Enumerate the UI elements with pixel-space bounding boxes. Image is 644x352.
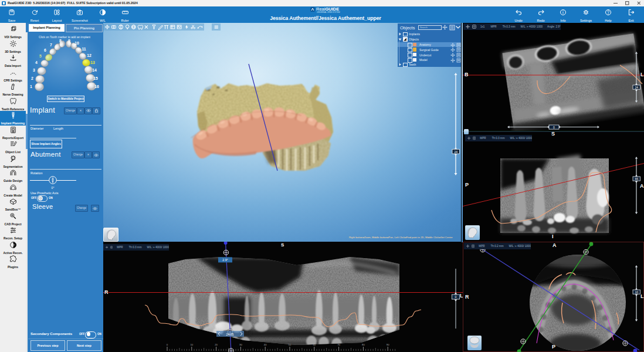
svg-text:24: 24: [635, 86, 638, 89]
svg-text:3: 3: [33, 68, 35, 72]
svg-text:12: 12: [87, 53, 91, 57]
svg-text:7: 7: [50, 43, 52, 47]
svg-text:30: 30: [239, 343, 242, 346]
svg-text:10: 10: [635, 290, 638, 294]
svg-text:90: 90: [387, 343, 389, 346]
svg-text:5: 5: [39, 54, 42, 58]
svg-text:40: 40: [264, 343, 267, 346]
svg-text:11: 11: [82, 47, 86, 51]
svg-text:24.05: 24.05: [226, 333, 234, 336]
svg-text:70: 70: [337, 343, 340, 346]
svg-text:0: 0: [455, 295, 457, 299]
svg-text:10: 10: [74, 41, 79, 45]
svg-text:15: 15: [93, 76, 98, 80]
svg-text:16: 16: [94, 84, 99, 89]
svg-text:8: 8: [59, 39, 62, 43]
svg-text:6: 6: [44, 48, 46, 52]
svg-text:80: 80: [362, 343, 365, 346]
svg-text:0: 0: [553, 126, 555, 129]
svg-text:9: 9: [68, 39, 70, 43]
svg-text:50: 50: [289, 343, 292, 346]
svg-text:20: 20: [215, 343, 218, 346]
svg-text:13: 13: [90, 60, 95, 65]
svg-text:10: 10: [190, 343, 193, 346]
svg-text:1: 1: [30, 84, 32, 89]
svg-text:2: 2: [31, 76, 33, 80]
svg-text:0: 0: [167, 343, 168, 346]
svg-text:4: 4: [35, 60, 38, 65]
svg-text:65: 65: [635, 177, 638, 181]
svg-text:2.9°: 2.9°: [222, 258, 228, 262]
svg-text:14: 14: [92, 68, 97, 72]
svg-text:60: 60: [313, 343, 316, 346]
svg-text:24: 24: [454, 150, 457, 154]
